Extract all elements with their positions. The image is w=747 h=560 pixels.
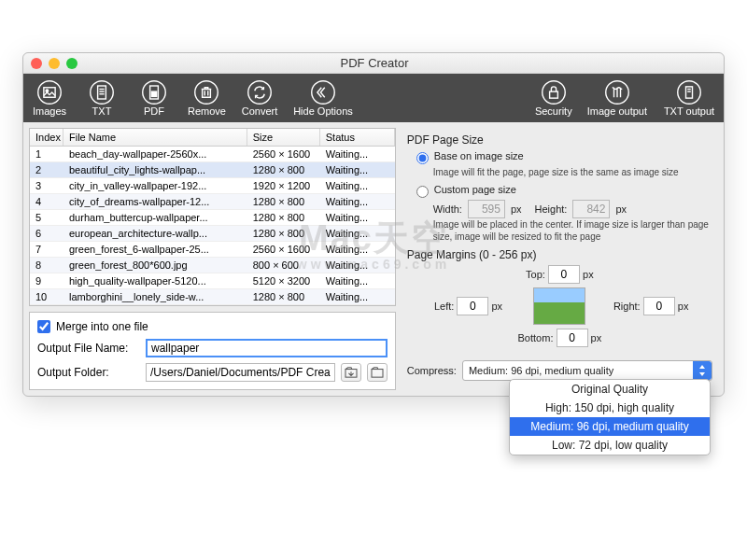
merge-label: Merge into one file	[56, 320, 148, 333]
margins-title: Page Margins (0 - 256 px)	[407, 248, 712, 261]
col-index[interactable]: Index	[30, 129, 63, 146]
browse-folder-button[interactable]	[367, 363, 388, 382]
svg-point-0	[38, 81, 62, 105]
image-output-icon	[604, 79, 630, 105]
table-row[interactable]: 10lamborghini__lonely_side-w...1280 × 80…	[30, 289, 395, 305]
col-filename[interactable]: File Name	[63, 129, 247, 146]
convert-button[interactable]: Convert	[233, 77, 286, 119]
margin-top-input[interactable]	[548, 265, 580, 284]
merge-checkbox[interactable]	[37, 320, 50, 333]
custom-height-input[interactable]	[572, 200, 610, 218]
base-on-image-radio[interactable]	[416, 152, 429, 164]
custom-desc: Image will be placed in the center. If i…	[433, 218, 712, 243]
margin-right-input[interactable]	[643, 297, 675, 315]
table-row[interactable]: 4city_of_dreams-wallpaper-12...1280 × 80…	[30, 194, 395, 210]
compress-select[interactable]: Medium: 96 dpi, medium quality	[462, 360, 712, 381]
toolbar: Images TXT PDF Remove Convert Hide Optio…	[23, 74, 724, 122]
options-panel: PDF Page Size Base on image size Image w…	[402, 128, 718, 390]
svg-rect-15	[549, 91, 557, 98]
svg-rect-1	[44, 88, 55, 98]
svg-point-17	[678, 81, 701, 105]
txt-output-icon	[676, 79, 702, 105]
custom-width-input[interactable]	[468, 200, 505, 218]
compress-option[interactable]: Medium: 96 dpi, medium quality	[510, 417, 710, 436]
titlebar: PDF Creator	[23, 53, 724, 74]
trash-icon	[193, 79, 219, 105]
svg-point-11	[195, 81, 218, 105]
txt-output-button[interactable]: TXT output	[655, 77, 724, 119]
svg-rect-22	[372, 370, 383, 378]
app-window: PDF Creator Images TXT PDF Remove Conver…	[22, 52, 725, 397]
svg-point-3	[91, 81, 114, 105]
svg-rect-18	[686, 87, 693, 98]
table-header: Index File Name Size Status	[30, 129, 395, 147]
base-on-image-label: Base on image size	[434, 150, 524, 161]
margin-bottom-input[interactable]	[557, 329, 588, 347]
svg-rect-10	[151, 91, 156, 96]
hide-options-button[interactable]: Hide Options	[286, 77, 360, 119]
compress-label: Compress:	[407, 365, 457, 376]
output-name-input[interactable]	[146, 339, 388, 357]
txt-icon	[89, 79, 115, 105]
table-row[interactable]: 9high_quality-wallpaper-5120...5120 × 32…	[30, 273, 395, 289]
lock-icon	[541, 79, 567, 105]
output-name-label: Output File Name:	[37, 342, 140, 355]
table-row[interactable]: 2beautiful_city_lights-wallpap...1280 × …	[30, 162, 395, 178]
compress-option[interactable]: Low: 72 dpi, low quality	[510, 436, 710, 455]
window-title: PDF Creator	[33, 56, 716, 70]
margin-preview-thumb	[533, 287, 585, 325]
file-table: Index File Name Size Status 1beach_day-w…	[29, 128, 396, 306]
svg-point-12	[248, 81, 272, 105]
col-status[interactable]: Status	[320, 129, 395, 146]
convert-icon	[247, 79, 273, 105]
reveal-folder-button[interactable]	[341, 363, 361, 382]
image-output-button[interactable]: Image output	[580, 77, 655, 119]
margin-left-input[interactable]	[457, 297, 488, 315]
chevron-left-icon	[310, 79, 336, 105]
pagesize-title: PDF Page Size	[407, 133, 712, 147]
svg-rect-4	[98, 86, 106, 99]
output-folder-label: Output Folder:	[37, 366, 140, 379]
pdf-button[interactable]: PDF	[128, 77, 180, 119]
reveal-icon	[345, 367, 358, 378]
table-row[interactable]: 1beach_day-wallpaper-2560x...2560 × 1600…	[30, 147, 395, 162]
compress-option[interactable]: Original Quality	[510, 380, 710, 399]
output-panel: Merge into one file Output File Name: Ou…	[29, 312, 396, 390]
svg-point-14	[543, 81, 566, 105]
table-row[interactable]: 3city_in_valley-wallpaper-192...1920 × 1…	[30, 178, 395, 194]
pdf-icon	[141, 79, 167, 105]
table-row[interactable]: 7green_forest_6-wallpaper-25...2560 × 16…	[30, 242, 395, 258]
custom-size-radio[interactable]	[416, 186, 429, 198]
images-icon	[36, 79, 63, 105]
images-button[interactable]: Images	[23, 77, 76, 119]
security-button[interactable]: Security	[528, 77, 580, 119]
folder-icon	[371, 367, 384, 378]
remove-button[interactable]: Remove	[180, 77, 233, 119]
output-folder-input[interactable]	[146, 363, 335, 382]
table-row[interactable]: 6european_architecture-wallp...1280 × 80…	[30, 226, 395, 242]
base-desc: Image will fit the page, page size is th…	[433, 166, 712, 178]
custom-size-label: Custom page size	[434, 184, 516, 195]
table-row[interactable]: 5durham_buttercup-wallpaper...1280 × 800…	[30, 210, 395, 226]
txt-button[interactable]: TXT	[76, 77, 128, 119]
compress-option[interactable]: High: 150 dpi, high quality	[510, 399, 710, 417]
chevron-updown-icon	[693, 361, 712, 380]
compress-dropdown: Original Quality High: 150 dpi, high qua…	[509, 379, 711, 455]
col-size[interactable]: Size	[247, 129, 320, 146]
svg-point-13	[312, 81, 335, 105]
table-row[interactable]: 8green_forest_800*600.jpg800 × 600Waitin…	[30, 258, 395, 273]
